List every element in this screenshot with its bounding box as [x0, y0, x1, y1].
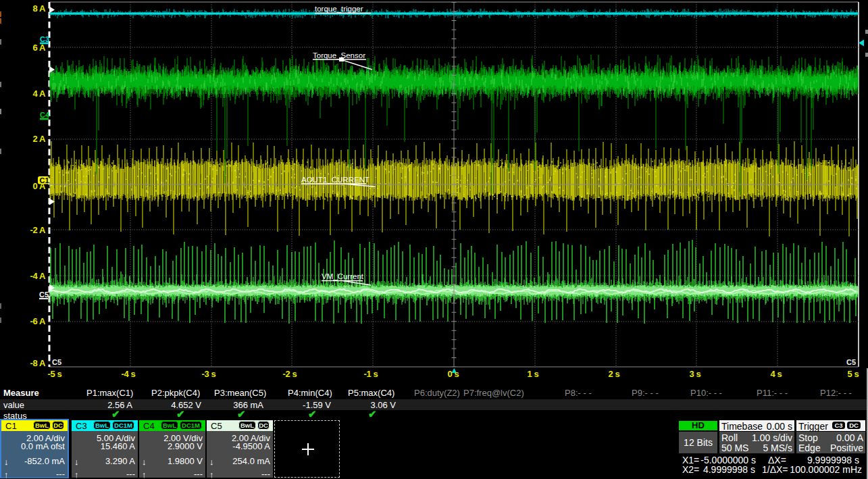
- svg-text:-6 A: -6 A: [30, 316, 46, 326]
- svg-text:1 s: 1 s: [528, 369, 539, 379]
- svg-text:-1 s: -1 s: [364, 369, 378, 379]
- svg-text:-8 A: -8 A: [30, 358, 46, 368]
- svg-text:0 A: 0 A: [32, 181, 46, 191]
- svg-text:3 s: 3 s: [690, 369, 701, 379]
- svg-text:AOUT1_CURRENT: AOUT1_CURRENT: [301, 176, 369, 184]
- svg-text:VM_Current: VM_Current: [322, 272, 364, 280]
- svg-text:-2 s: -2 s: [283, 369, 297, 379]
- svg-text:torque_trigger: torque_trigger: [315, 5, 363, 13]
- svg-text:-2 A: -2 A: [30, 225, 46, 235]
- svg-text:8 A: 8 A: [32, 3, 46, 14]
- svg-text:C5: C5: [52, 358, 61, 366]
- svg-text:4 s: 4 s: [771, 369, 782, 379]
- svg-text:-4 s: -4 s: [122, 369, 136, 379]
- svg-text:C5: C5: [846, 358, 856, 366]
- svg-text:2 A: 2 A: [32, 134, 46, 144]
- svg-text:-5 s: -5 s: [48, 369, 62, 379]
- svg-text:C5: C5: [39, 291, 49, 299]
- svg-text:-3 s: -3 s: [202, 369, 216, 379]
- svg-text:4 A: 4 A: [32, 89, 46, 99]
- svg-text:C4: C4: [40, 111, 50, 119]
- svg-text:5 s: 5 s: [848, 369, 859, 379]
- svg-text:0 s: 0 s: [448, 369, 459, 379]
- svg-text:6 A: 6 A: [32, 43, 46, 53]
- svg-text:2 s: 2 s: [609, 369, 620, 379]
- svg-text:-4 A: -4 A: [30, 271, 46, 281]
